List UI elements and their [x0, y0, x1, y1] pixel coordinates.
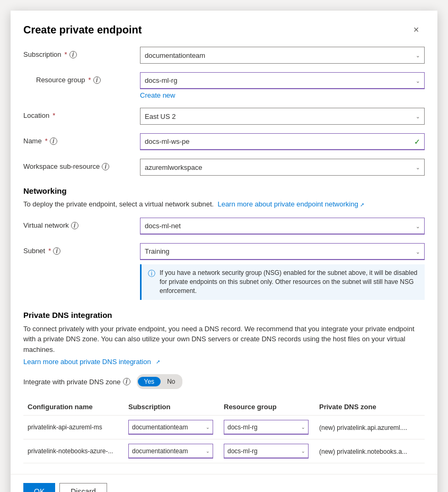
subnet-info-text: If you have a network security group (NS…: [160, 269, 418, 295]
dns-zone-cell: (new) privatelink.api.azureml....: [315, 416, 425, 439]
dialog-title: Create private endpoint: [23, 24, 142, 36]
name-input[interactable]: [140, 133, 425, 150]
workspace-sub-resource-info-icon[interactable]: i: [102, 163, 109, 170]
virtual-network-row: Virtual network i docs-ml-net ⌄: [23, 218, 425, 235]
virtual-network-value: docs-ml-net: [145, 222, 181, 230]
subnet-dropdown-wrapper: Training ⌄: [140, 243, 425, 260]
name-label: Name: [23, 137, 42, 145]
subscription-label: Subscription: [23, 50, 62, 58]
subnet-row: Subnet * i Training ⌄ ⓘ If you have a ne…: [23, 243, 425, 299]
subnet-info-box: ⓘ If you have a network security group (…: [140, 264, 425, 299]
table-rg-dropdown[interactable]: docs-ml-rg ⌄: [224, 420, 309, 435]
name-label-col: Name * i: [23, 133, 140, 145]
dns-zone-text: (new) privatelink.api.azureml....: [319, 424, 407, 431]
dialog-header: Create private endpoint ×: [11, 11, 437, 47]
learn-more-dns-link[interactable]: Learn more about private DNS integration…: [23, 358, 160, 366]
dialog-content: Subscription * i documentationteam ⌄ Res…: [11, 47, 437, 474]
subnet-label-col: Subnet * i: [23, 243, 140, 255]
ok-button[interactable]: OK: [23, 483, 55, 492]
subscription-required: *: [65, 50, 67, 58]
info-box-icon: ⓘ: [148, 269, 155, 279]
location-chevron-icon: ⌄: [416, 114, 420, 119]
resource-group-chevron-icon: ⌄: [416, 77, 420, 83]
integrate-label: Integrate with private DNS zone i: [23, 378, 130, 386]
dns-table: Configuration name Subscription Resource…: [23, 400, 425, 463]
name-input-wrapper: ✓: [140, 133, 425, 150]
create-private-endpoint-dialog: Create private endpoint × Subscription *…: [11, 11, 437, 492]
dns-zone-text: (new) privatelink.notebooks.a...: [319, 448, 407, 455]
resource-group-cell: docs-ml-rg ⌄: [219, 439, 315, 463]
close-button[interactable]: ×: [408, 21, 425, 38]
dns-zone-cell: (new) privatelink.notebooks.a...: [315, 439, 425, 463]
config-name-cell: privatelink-notebooks-azure-...: [23, 439, 124, 463]
subnet-info-icon[interactable]: i: [53, 247, 60, 255]
subscription-dropdown-wrapper: documentationteam ⌄: [140, 47, 425, 64]
virtual-network-dropdown[interactable]: docs-ml-net ⌄: [140, 218, 425, 235]
subscription-control: documentationteam ⌄: [140, 47, 425, 64]
subscription-row: Subscription * i documentationteam ⌄: [23, 47, 425, 64]
name-check-icon: ✓: [414, 137, 420, 146]
name-control: ✓: [140, 133, 425, 150]
virtual-network-dropdown-wrapper: docs-ml-net ⌄: [140, 218, 425, 235]
resource-group-label-col: Resource group * i: [23, 72, 140, 84]
toggle-no-option[interactable]: No: [161, 377, 181, 386]
discard-button[interactable]: Discard: [59, 483, 107, 492]
resource-group-cell: docs-ml-rg ⌄: [219, 416, 315, 439]
location-label-col: Location *: [23, 108, 140, 119]
workspace-sub-resource-dropdown[interactable]: azuremlworkspace ⌄: [140, 159, 425, 176]
table-header-config: Configuration name: [23, 400, 124, 416]
subscription-chevron-icon: ⌄: [416, 53, 420, 58]
workspace-sub-resource-label-col: Workspace sub-resource i: [23, 159, 140, 170]
name-row: Name * i ✓: [23, 133, 425, 150]
toggle-yes-option[interactable]: Yes: [138, 377, 161, 386]
table-header-dns: Private DNS zone: [315, 400, 425, 416]
virtual-network-control: docs-ml-net ⌄: [140, 218, 425, 235]
table-rg-dropdown[interactable]: docs-ml-rg ⌄: [224, 444, 309, 459]
virtual-network-label-col: Virtual network i: [23, 218, 140, 229]
table-subscription-dropdown[interactable]: documentationteam ⌄: [128, 444, 213, 459]
private-dns-section-title: Private DNS integration: [23, 310, 425, 320]
subnet-required: *: [48, 247, 51, 255]
name-required: *: [45, 137, 48, 145]
location-dropdown[interactable]: East US 2 ⌄: [140, 108, 425, 125]
subnet-dropdown[interactable]: Training ⌄: [140, 243, 425, 260]
subnet-chevron-icon: ⌄: [416, 248, 420, 254]
location-value: East US 2: [145, 113, 176, 120]
subscription-cell: documentationteam ⌄: [124, 439, 219, 463]
table-subscription-dropdown[interactable]: documentationteam ⌄: [128, 420, 213, 435]
resource-group-required: *: [89, 76, 91, 84]
resource-group-dropdown-wrapper: docs-ml-rg ⌄: [140, 72, 425, 89]
resource-group-info-icon[interactable]: i: [93, 76, 101, 84]
virtual-network-info-icon[interactable]: i: [71, 222, 78, 229]
subscription-label-col: Subscription * i: [23, 47, 140, 58]
virtual-network-label: Virtual network: [23, 221, 69, 229]
workspace-sub-resource-dropdown-wrapper: azuremlworkspace ⌄: [140, 159, 425, 176]
integrate-info-icon[interactable]: i: [123, 378, 130, 385]
integrate-toggle-row: Integrate with private DNS zone i Yes No: [23, 374, 425, 389]
location-dropdown-wrapper: East US 2 ⌄: [140, 108, 425, 125]
dns-toggle[interactable]: Yes No: [137, 374, 183, 389]
dns-external-link-icon: ➚: [156, 359, 160, 365]
resource-group-row: Resource group * i docs-ml-rg ⌄ Create n…: [23, 72, 425, 99]
resource-group-dropdown[interactable]: docs-ml-rg ⌄: [140, 72, 425, 89]
table-header-sub: Subscription: [124, 400, 219, 416]
subnet-label: Subnet: [23, 247, 45, 255]
external-link-icon: ➚: [360, 201, 364, 209]
subnet-value: Training: [145, 247, 169, 255]
workspace-sub-resource-value: azuremlworkspace: [145, 163, 202, 171]
location-control: East US 2 ⌄: [140, 108, 425, 125]
table-row: privatelink-notebooks-azure-... document…: [23, 439, 425, 463]
subnet-control: Training ⌄ ⓘ If you have a network secur…: [140, 243, 425, 299]
private-dns-desc: To connect privately with your private e…: [23, 324, 425, 355]
name-info-icon[interactable]: i: [50, 137, 57, 145]
table-sub-chevron-icon: ⌄: [206, 448, 210, 454]
virtual-network-chevron-icon: ⌄: [416, 223, 420, 229]
resource-group-value: docs-ml-rg: [145, 76, 177, 84]
subscription-dropdown[interactable]: documentationteam ⌄: [140, 47, 425, 64]
learn-more-networking-link[interactable]: Learn more about private endpoint networ…: [216, 200, 364, 208]
location-row: Location * East US 2 ⌄: [23, 108, 425, 125]
subscription-value: documentationteam: [145, 51, 205, 59]
location-required: *: [52, 111, 55, 119]
create-new-link[interactable]: Create new: [140, 91, 175, 99]
subscription-info-icon[interactable]: i: [69, 51, 77, 58]
